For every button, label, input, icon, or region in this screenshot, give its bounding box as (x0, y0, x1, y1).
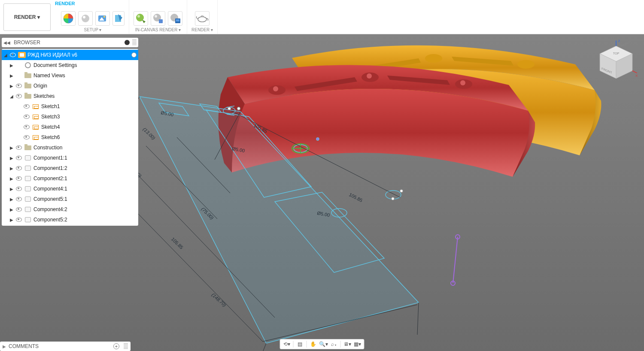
tree-item-label[interactable]: Component1:1 (33, 155, 137, 161)
eye-icon[interactable] (15, 196, 22, 203)
eye-icon[interactable] (15, 144, 22, 151)
drag-handle-icon[interactable] (124, 343, 128, 349)
svg-text:(148.70): (148.70) (211, 292, 228, 308)
svg-point-19 (316, 138, 319, 140)
view-cube[interactable]: TOP FRONT RIGHT Z X (597, 43, 635, 82)
tree-item[interactable]: Sketch4 (2, 122, 138, 132)
eye-icon[interactable] (15, 165, 22, 172)
tree-item-label[interactable]: Document Settings (33, 62, 137, 68)
svg-point-10 (237, 107, 240, 110)
workspace-button[interactable]: RENDER▾ (3, 3, 51, 31)
tree-item-label[interactable]: Component5:2 (33, 217, 137, 223)
tree-item[interactable]: ▶Origin (2, 81, 138, 91)
texture-map-icon[interactable] (95, 11, 110, 26)
svg-point-59 (137, 15, 140, 18)
incanvas-settings-icon[interactable] (151, 11, 165, 26)
browser-settings-icon[interactable] (125, 40, 130, 45)
incanvas-render-icon[interactable] (134, 11, 148, 26)
eye-icon[interactable] (23, 103, 30, 110)
pan-icon[interactable]: ✋ (309, 340, 318, 348)
tree-item-label[interactable]: Named Views (33, 73, 137, 79)
tree-item-label[interactable]: Sketch1 (41, 103, 137, 109)
eye-icon[interactable] (15, 175, 22, 182)
eye-icon[interactable] (15, 93, 22, 100)
scene-settings-icon[interactable] (78, 11, 93, 26)
svg-line-25 (309, 151, 400, 197)
tree-item-label[interactable]: Sketches (33, 93, 137, 99)
tree-item-label[interactable]: Sketch4 (41, 124, 137, 130)
fit-icon[interactable]: ⌕▾ (329, 340, 339, 348)
browser-header[interactable]: ◀◀ BROWSER (2, 38, 138, 47)
tree-item[interactable]: Sketch6 (2, 132, 138, 142)
teapot-render-icon[interactable] (195, 11, 210, 26)
decal-icon[interactable] (112, 11, 125, 26)
svg-line-16 (453, 237, 458, 283)
display-settings-icon[interactable]: 🖥▾ (343, 340, 352, 348)
tree-item[interactable]: ▶Component5:1 (2, 194, 138, 204)
add-comment-icon[interactable]: + (113, 343, 119, 349)
svg-text:105.85: 105.85 (348, 192, 363, 203)
tree-item[interactable]: ▶Document Settings (2, 60, 138, 70)
eye-icon[interactable] (23, 113, 30, 120)
eye-icon[interactable] (15, 154, 22, 161)
tree-item-label[interactable]: Component4:2 (33, 206, 137, 212)
tree-item[interactable]: Sketch1 (2, 101, 138, 112)
sketch-icon (32, 113, 39, 120)
tree-item-label[interactable]: Component4:1 (33, 186, 137, 192)
capture-image-icon[interactable] (168, 11, 182, 26)
tree-item-label[interactable]: Origin (33, 83, 137, 89)
tree-item-label[interactable]: Sketch6 (41, 134, 137, 140)
comments-bar[interactable]: ▶ COMMENTS + (0, 342, 131, 351)
tree-item[interactable]: ◢Sketches (2, 91, 138, 101)
tree-item[interactable]: ▶Component1:1 (2, 153, 138, 163)
svg-point-68 (201, 16, 204, 17)
eye-icon[interactable] (15, 82, 22, 89)
component-icon (24, 196, 32, 203)
look-at-icon[interactable]: ▤ (295, 340, 305, 348)
component-icon (24, 216, 32, 223)
svg-marker-60 (142, 20, 146, 23)
tree-item[interactable]: ▶Component5:2 (2, 215, 138, 225)
tree-item[interactable]: ▶Component2:1 (2, 173, 138, 184)
tree-item-label[interactable]: Sketch3 (41, 114, 137, 120)
drag-handle-icon[interactable] (132, 39, 137, 45)
tree-item[interactable]: Sketch3 (2, 112, 138, 122)
collapse-icon[interactable]: ◀◀ (3, 40, 10, 45)
tree-item[interactable]: ▶Component1:2 (2, 163, 138, 173)
tree-item[interactable]: ▶Component4:2 (2, 204, 138, 215)
tree-item-label[interactable]: Component5:1 (33, 196, 137, 202)
activate-dot-icon[interactable] (131, 52, 137, 57)
eye-icon[interactable] (15, 206, 22, 213)
eye-icon[interactable] (23, 134, 30, 141)
browser-tree: ◢ РЖД НИЗ ИДИАЛ v6 ▶Document Settings▶Na… (2, 49, 138, 226)
svg-line-30 (263, 343, 266, 351)
sketch-icon (32, 103, 39, 110)
eye-icon[interactable] (15, 216, 22, 223)
tree-item-label[interactable]: Construction (33, 145, 137, 151)
eye-icon[interactable] (23, 124, 30, 130)
comments-label: COMMENTS (9, 343, 39, 349)
svg-point-7 (367, 73, 372, 79)
tree-item[interactable]: ▶Construction (2, 142, 138, 153)
svg-point-12 (392, 197, 395, 200)
folder-icon (24, 82, 32, 89)
folder-icon (24, 93, 32, 100)
component-icon (24, 185, 32, 192)
eye-icon[interactable] (9, 51, 16, 58)
tree-item-label[interactable]: Component2:1 (33, 176, 137, 182)
document-icon (18, 51, 26, 58)
tree-item-label[interactable]: Component1:2 (33, 165, 137, 171)
component-icon (24, 175, 32, 182)
tree-root-item[interactable]: ◢ РЖД НИЗ ИДИАЛ v6 (2, 50, 138, 60)
tree-item[interactable]: ▶Named Views (2, 70, 138, 81)
component-icon (24, 154, 32, 161)
tree-item[interactable]: ▶Component4:1 (2, 184, 138, 194)
svg-text:(13.00): (13.00) (142, 127, 157, 141)
zoom-icon[interactable]: 🔍▾ (319, 340, 328, 348)
orbit-icon[interactable]: ⟲▾ (282, 340, 292, 348)
tab-render[interactable]: RENDER (55, 1, 75, 6)
eye-icon[interactable] (15, 185, 22, 192)
grid-settings-icon[interactable]: ▦▾ (353, 340, 362, 348)
appearance-icon[interactable] (61, 11, 76, 26)
component-icon (24, 165, 32, 172)
